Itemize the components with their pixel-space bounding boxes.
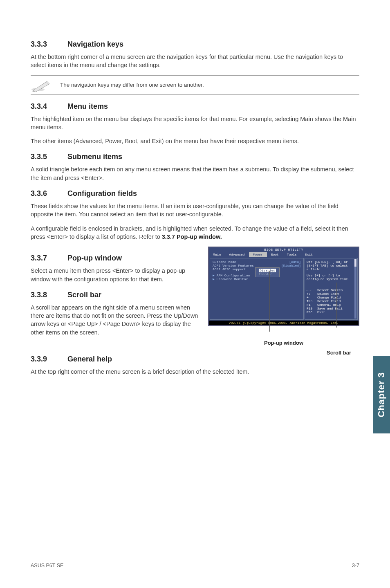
heading-334: 3.3.4Menu items <box>31 102 359 111</box>
bios-tabs: Main Advanced Power Boot Tools Exit <box>209 252 359 257</box>
scrollbar-track <box>354 259 356 319</box>
triangle-icon: ▶ <box>213 274 217 277</box>
heading-338: 3.3.8Scroll bar <box>31 291 201 299</box>
chapter-tab: Chapter 3 <box>373 356 390 433</box>
heading-333: 3.3.3Navigation keys <box>31 40 359 49</box>
bios-tab-active: Power <box>249 252 267 257</box>
para: The other items (Advanced, Power, Boot, … <box>31 137 359 145</box>
heading-339: 3.3.9General help <box>31 355 359 364</box>
bios-tab: Advanced <box>225 252 249 257</box>
caption-scrollbar: Scroll bar <box>327 350 351 356</box>
note-text: The navigation keys may differ from one … <box>60 82 204 88</box>
para: A configurable field is enclosed in brac… <box>31 224 359 241</box>
bios-tab: Tools <box>283 252 301 257</box>
para: A scroll bar appears on the right side o… <box>31 303 201 337</box>
bios-title: BIOS SETUP UTILITY <box>209 247 359 252</box>
scrollbar-thumb <box>354 259 356 267</box>
bios-tab: Exit <box>301 252 317 257</box>
callout-line <box>269 271 270 332</box>
footer-right: 3-7 <box>352 563 359 568</box>
heading-337: 3.3.7Pop-up window <box>31 254 201 263</box>
bios-popup: Disabled Enabled <box>255 267 280 277</box>
para: A solid triangle before each item on any… <box>31 165 359 182</box>
heading-title: Navigation keys <box>67 40 123 48</box>
triangle-icon: ▶ <box>213 277 217 281</box>
para: These fields show the values for the men… <box>31 202 359 219</box>
page-footer: ASUS P6T SE 3-7 <box>31 560 359 568</box>
note-block: The navigation keys may differ from one … <box>31 75 359 95</box>
para: At the bottom right corner of a menu scr… <box>31 53 359 70</box>
heading-335: 3.3.5Submenu items <box>31 153 359 161</box>
para: The highlighted item on the menu bar dis… <box>31 115 359 132</box>
bios-tab: Boot <box>267 252 283 257</box>
heading-num: 3.3.3 <box>31 40 67 49</box>
footer-left: ASUS P6T SE <box>31 563 63 568</box>
bios-screenshot: BIOS SETUP UTILITY Main Advanced Power B… <box>208 247 359 346</box>
pencil-icon <box>31 78 51 92</box>
bios-left-pane: Suspend Mode[Auto] ACPI Version Features… <box>210 258 304 320</box>
bios-tab: Main <box>209 252 225 257</box>
para: Select a menu item then press <Enter> to… <box>31 267 201 283</box>
para: At the top right corner of the menu scre… <box>31 368 359 376</box>
callout-line <box>336 283 337 328</box>
heading-336: 3.3.6Configuration fields <box>31 189 359 198</box>
caption-popup: Pop-up window <box>208 340 359 346</box>
bios-help-keys: ←→Select Screen ↑↓Select Item +-Change F… <box>307 288 356 314</box>
bios-right-pane: Use [ENTER], [TAB] or [SHIFT-TAB] to sel… <box>305 258 358 320</box>
